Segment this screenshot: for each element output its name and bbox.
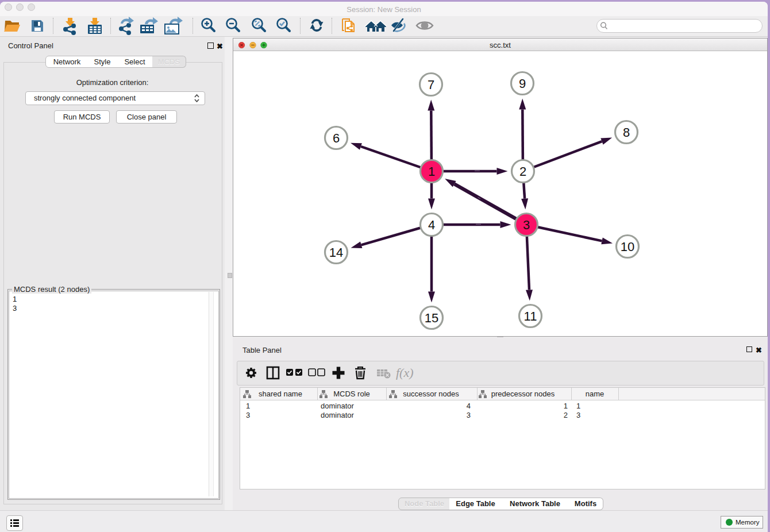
svg-text:3: 3 — [467, 411, 471, 419]
svg-text:f(x): f(x) — [396, 365, 414, 380]
svg-text:4: 4 — [467, 402, 471, 410]
svg-text:15: 15 — [425, 311, 438, 325]
svg-text:14: 14 — [329, 245, 343, 260]
svg-text:1: 1 — [576, 402, 580, 410]
svg-text:9: 9 — [519, 76, 526, 91]
svg-text:10: 10 — [621, 240, 634, 254]
svg-text:6: 6 — [333, 131, 340, 145]
svg-text:2: 2 — [564, 411, 568, 419]
svg-text:1: 1 — [246, 402, 250, 410]
svg-text:successor nodes: successor nodes — [403, 390, 459, 398]
svg-text:3: 3 — [523, 218, 530, 232]
svg-text:11: 11 — [524, 309, 537, 323]
svg-text:3: 3 — [576, 411, 580, 419]
svg-text:1: 1 — [428, 164, 435, 179]
svg-text:8: 8 — [623, 125, 630, 140]
svg-text:2: 2 — [519, 164, 526, 179]
svg-text:name: name — [586, 390, 605, 398]
svg-text:MCDS role: MCDS role — [333, 390, 370, 398]
svg-text:4: 4 — [428, 218, 435, 232]
svg-text:dominator: dominator — [321, 402, 354, 410]
svg-text:dominator: dominator — [321, 411, 354, 419]
svg-text:predecessor nodes: predecessor nodes — [491, 390, 555, 398]
svg-text:3: 3 — [246, 411, 250, 419]
svg-text:shared name: shared name — [259, 390, 302, 398]
svg-text:1: 1 — [564, 402, 568, 410]
svg-text:7: 7 — [428, 78, 434, 92]
